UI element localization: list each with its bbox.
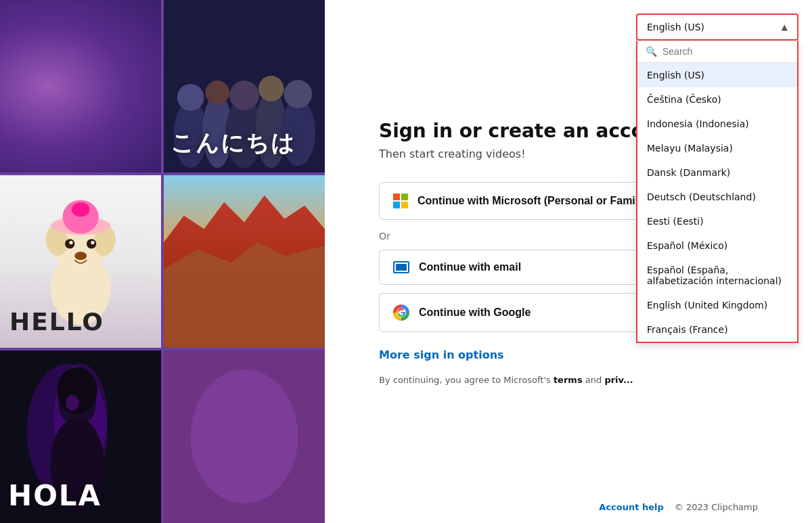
terms-text: By continuing, you agree to Microsoft's …: [379, 375, 663, 385]
right-panel: English (US) ▲ 🔍 English (US)Čeština (Če…: [325, 0, 812, 523]
microsoft-button-label: Continue with Microsoft (Personal or Fam…: [418, 195, 648, 207]
terms-link[interactable]: terms: [554, 375, 583, 385]
svg-point-32: [191, 369, 298, 503]
chevron-up-icon: ▲: [782, 22, 788, 32]
account-help-link[interactable]: Account help: [599, 502, 664, 512]
language-option[interactable]: Español (México): [637, 233, 797, 258]
footer: Account help © 2023 Clipchamp: [325, 491, 812, 523]
search-icon: 🔍: [646, 46, 657, 57]
email-button-label: Continue with email: [419, 261, 521, 273]
svg-point-6: [177, 84, 204, 111]
language-option[interactable]: English (US): [637, 63, 797, 87]
email-icon: [393, 261, 409, 273]
svg-point-18: [91, 240, 94, 244]
privacy-link[interactable]: priv...: [604, 375, 633, 385]
tile-woman: HOLA: [0, 350, 161, 523]
tile-crowd: こんにちは: [164, 0, 325, 173]
left-panel: こんにちは: [0, 0, 325, 523]
svg-point-7: [205, 81, 229, 105]
language-selected-label: English (US): [647, 22, 704, 32]
language-option[interactable]: Čeština (Česko): [637, 87, 797, 112]
hello-text: HELLO: [9, 308, 104, 336]
tile-rocks: [164, 175, 325, 348]
ms-yellow-square: [401, 202, 408, 208]
tile-abstract: [0, 0, 161, 173]
svg-point-8: [229, 81, 259, 110]
language-list: English (US)Čeština (Česko)Indonesia (In…: [637, 63, 797, 342]
svg-point-17: [69, 240, 72, 244]
ms-blue-square: [393, 202, 400, 208]
hola-text: HOLA: [8, 479, 102, 512]
language-option[interactable]: Français (France): [637, 317, 797, 342]
language-option[interactable]: Melayu (Malaysia): [637, 136, 797, 160]
svg-point-22: [72, 202, 90, 217]
tile-abstract-bg: [0, 0, 161, 173]
svg-point-9: [258, 76, 284, 101]
tile-extra: [164, 350, 325, 523]
language-option[interactable]: Dansk (Danmark): [637, 160, 797, 185]
language-dropdown-container[interactable]: English (US) ▲ 🔍 English (US)Čeština (Če…: [636, 14, 798, 41]
email-signin-button[interactable]: Continue with email: [379, 250, 663, 285]
tile-rocks-bg: [164, 175, 325, 348]
ms-green-square: [401, 194, 408, 200]
google-signin-button[interactable]: Continue with Google: [379, 293, 663, 332]
terms-prefix: By continuing, you agree to Microsoft's: [379, 375, 551, 385]
language-option[interactable]: Indonesia (Indonesia): [637, 112, 797, 136]
microsoft-signin-button[interactable]: Continue with Microsoft (Personal or Fam…: [379, 182, 663, 220]
ms-red-square: [393, 194, 400, 200]
tile-dog: HELLO: [0, 175, 161, 348]
language-selected[interactable]: English (US) ▲: [636, 14, 798, 41]
language-search-wrapper: 🔍: [637, 41, 797, 63]
more-signin-options-link[interactable]: More sign in options: [379, 348, 758, 361]
google-button-label: Continue with Google: [419, 306, 531, 319]
copyright-text: © 2023 Clipchamp: [675, 502, 758, 512]
language-option[interactable]: English (United Kingdom): [637, 293, 797, 317]
language-option[interactable]: Español (España, alfabetización internac…: [637, 258, 797, 293]
japanese-text: こんにちは: [171, 128, 296, 159]
terms-and: and: [585, 375, 605, 385]
language-dropdown-panel: 🔍 English (US)Čeština (Česko)Indonesia (…: [636, 41, 798, 343]
microsoft-logo: [393, 194, 408, 208]
language-search-input[interactable]: [662, 46, 789, 57]
svg-point-19: [74, 251, 87, 259]
svg-point-30: [66, 394, 79, 411]
svg-point-10: [284, 80, 313, 108]
language-option[interactable]: Deutsch (Deutschland): [637, 185, 797, 209]
language-option[interactable]: Eesti (Eesti): [637, 209, 797, 233]
google-icon: [393, 304, 409, 321]
